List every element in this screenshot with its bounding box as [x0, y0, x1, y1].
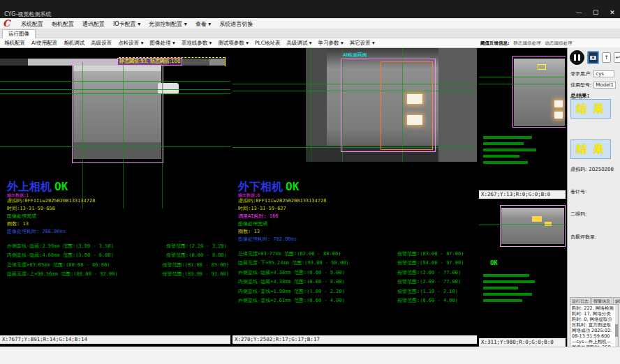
upload-button[interactable]: ↑ [602, 52, 611, 63]
mid-ai-overlay-label: AI检测画面 [343, 52, 367, 59]
mid-camera-view[interactable]: AI检测画面 外下相机OK 输出数据:0 虚拟码:0FF1Iiw20250208… [232, 48, 477, 344]
tool-test-params[interactable]: 测试项参数 ▾ [218, 40, 249, 47]
maximize-icon[interactable]: ☐ [591, 9, 600, 16]
menu-item-light-config[interactable]: 光源控制配置 ▾ [149, 20, 187, 28]
left-threshold-overlay: 静态阈值:93, 动态阈值:100 [117, 58, 182, 66]
virtual-code-row: 虚拟码: 20250208 [570, 166, 614, 173]
tool-camera-config[interactable]: 相机配置 [4, 40, 25, 47]
tool-camera-debug[interactable]: 相机调试 [64, 40, 84, 47]
menu-item-system-config[interactable]: 系统配置 [21, 20, 43, 28]
menu-items: 系统配置 相机配置 通讯配置 IO卡配置 ▾ 光源控制配置 ▾ 查看 ▾ 系统语… [21, 18, 253, 29]
tab-run-image[interactable]: 运行图像 [2, 29, 36, 38]
static-threshold-option[interactable]: 静态阈值处理 [514, 40, 541, 47]
measurement-row: 总体宽度=83.05mm 范围:(80.00 - 86.00)报警范围:(81.… [7, 260, 229, 270]
mid-elapsed: 图像处理耗时: 702.00ms [238, 236, 475, 243]
weld-spot [554, 100, 563, 107]
left-measurement-rows: 外侧直线-隐藏:2.99mm 范围:(3.00 - 3.50)报警范围:(2.2… [7, 241, 229, 279]
mid-virtual-code: 虚拟码:0FF1Iiw20250208133134728 [238, 197, 475, 205]
measurement-row: 内侧直线-隐藏=4.38mm 范围:(0.00 - 9.00)报警范围:(2.0… [238, 278, 475, 287]
mid-done-status: 图像处理完成 [238, 220, 475, 228]
right-bottom-camera-view[interactable]: OK X:311;Y:980;R:0;G:0;B:0 [479, 201, 566, 347]
up-arrow-icon: ↑ [604, 54, 609, 61]
result-box-1: 结 果 [570, 99, 611, 119]
mid-output-sub: 输出数据:0 [238, 192, 475, 197]
tool-image-processing[interactable]: 图像处理 ▾ [150, 40, 175, 47]
login-user-label: 登录用户: [570, 70, 591, 77]
r1-result-text-lines [483, 132, 553, 164]
mid-time: 时间:13-31-59-627 [238, 205, 475, 213]
tool-advanced-settings[interactable]: 高级设置 [91, 40, 112, 47]
qr-code-label: 二维码: [570, 211, 586, 218]
side-panel: ↑ ↵ 登录用户: cys 使用型号: Model1 总结果: 结 果 结 果 … [567, 47, 620, 347]
measurement-row: 隐藏宽度-上=90.56mm 范围:(88.00 - 92.00)报警范围:(8… [7, 270, 229, 280]
needle-number-label: 卷针号: [570, 188, 586, 195]
mid-ai-time: 调用AI耗时: 166 [238, 213, 475, 220]
tool-baseline-params[interactable]: 基准线参数 ▾ [182, 40, 212, 47]
tool-ai-config[interactable]: AI使用配置 [31, 40, 57, 47]
camera-icon [590, 56, 596, 60]
measurement-row: 外侧直线-直线=2.61mm 范围:(0.60 - 4.00)报警范围:(0.6… [238, 296, 475, 306]
mid-ok-status: OK [286, 180, 299, 193]
login-user-row: 登录用户: cys [570, 70, 614, 77]
model-row: 使用型号: Model1 [570, 82, 616, 89]
tool-spot-check[interactable]: 点检设置 ▾ [118, 40, 143, 47]
log-scrollbar[interactable] [615, 305, 618, 349]
pause-icon [574, 54, 576, 61]
left-ok-status: OK [54, 180, 68, 193]
left-result-block: 外上相机OK 输出数据:1 虚拟码:0FF1Iiw202502081331347… [7, 181, 229, 279]
left-camera-name: 外上相机OK [7, 181, 229, 192]
tab-run-log[interactable]: 运行日志 [570, 297, 591, 304]
mid-coord-bar: X:270;Y:2502;R:17;G:17;B:17 [232, 335, 477, 344]
mid-result-block: 外下相机OK 输出数据:0 虚拟码:0FF1Iiw202502081331347… [238, 181, 475, 305]
minimize-icon[interactable]: — [574, 9, 584, 16]
menu-item-camera-config[interactable]: 相机配置 [52, 20, 74, 28]
tab-alarm-info[interactable]: 报警信息 [591, 297, 612, 304]
model-label: 使用型号: [570, 82, 591, 89]
threshold-feedback-label: 阈值反馈信息: [480, 40, 510, 47]
tool-plc-address[interactable]: PLC地址表 [255, 40, 280, 47]
r2-result-text-lines [483, 271, 553, 302]
dynamic-threshold-option[interactable]: 动态阈值处理 [545, 40, 573, 47]
result-box-2: 结 果 [570, 139, 611, 159]
menu-item-io-config[interactable]: IO卡配置 ▾ [113, 20, 140, 28]
left-camera-view[interactable]: 静态阈值:93, 动态阈值:100 外上相机OK 输出数据:1 虚拟码:0FF1… [0, 48, 230, 344]
return-button[interactable]: ↵ [614, 52, 620, 63]
measurement-row: 内侧直线-直线=1.90mm 范围:(1.00 - 2.20)报警范围:(1.1… [238, 287, 475, 296]
left-cycle-count: 圈数: 13 [7, 220, 229, 228]
close-icon[interactable]: ✕ [607, 9, 617, 16]
mid-ai-rect [381, 61, 433, 150]
mid-measurement-rows: 总体宽度=83.77mm 范围:(82.00 - 88.00)报警范围:(83.… [238, 249, 475, 305]
r2-roi-rect [500, 205, 566, 247]
tool-learning-params[interactable]: 学习参数 ▾ [318, 40, 344, 47]
mid-camera-name: 外下相机OK [238, 181, 475, 192]
control-buttons: ↑ ↵ [570, 50, 620, 65]
toolbar-items: 相机配置 AI使用配置 相机调试 高级设置 点检设置 ▾ 图像处理 ▾ 基准线参… [4, 38, 375, 48]
menu-item-view[interactable]: 查看 ▾ [195, 20, 212, 28]
virtual-code-label: 虚拟码: [570, 166, 586, 173]
camera-capture-button[interactable] [587, 51, 599, 64]
login-user-value[interactable]: cys [593, 70, 614, 77]
window-controls: — ☐ ✕ [574, 9, 617, 16]
tab-defect-info[interactable]: 缺陷信息 [613, 297, 620, 304]
menu-item-language-switch[interactable]: 系统语言切换 [219, 20, 253, 28]
right-top-camera-view[interactable]: X:267;Y:13;R:0;G:0;B:0 [479, 50, 566, 199]
menu-item-comm-config[interactable]: 通讯配置 [82, 20, 105, 28]
r2-coord-bar: X:311;Y:980;R:0;G:0;B:0 [479, 338, 566, 347]
weld-spot [554, 112, 563, 119]
model-value[interactable]: Model1 [593, 82, 615, 89]
left-elapsed: 图像处理耗时: 266.00ms [7, 228, 229, 236]
return-arrow-icon: ↵ [616, 54, 620, 61]
measurement-row: 外侧直线-隐藏:2.99mm 范围:(3.00 - 3.50)报警范围:(2.2… [7, 241, 229, 251]
tool-other-settings[interactable]: 其它设置 ▾ [350, 40, 375, 47]
left-time: 时间:13-31-59-650 [7, 205, 229, 213]
r2-ok-status: OK [490, 259, 498, 266]
log-box[interactable]: 耗时: 222, 网络检测耗时: 17, 网络分类耗时: 0, 网络提取分区耗时… [570, 304, 619, 350]
left-done-status: 图像处理完成 [7, 213, 229, 220]
tool-advanced-debug[interactable]: 高级调试 ▾ [286, 40, 311, 47]
measurement-row: 隐藏宽度-下=95.24mm 范围:(93.00 - 98.00)报警范围:(9… [238, 259, 475, 268]
measurement-row: 内侧直线-隐藏:4.60mm 范围:(3.00 - 6.00)报警范围:(0.0… [7, 251, 229, 261]
title-bar: CYG-视觉检测系统 — ☐ ✕ [0, 0, 620, 18]
pause-button[interactable] [570, 50, 584, 65]
window-title: CYG-视觉检测系统 [4, 10, 51, 18]
threshold-feedback-bar: 阈值反馈信息: 静态阈值处理 动态阈值处理 [480, 38, 573, 48]
